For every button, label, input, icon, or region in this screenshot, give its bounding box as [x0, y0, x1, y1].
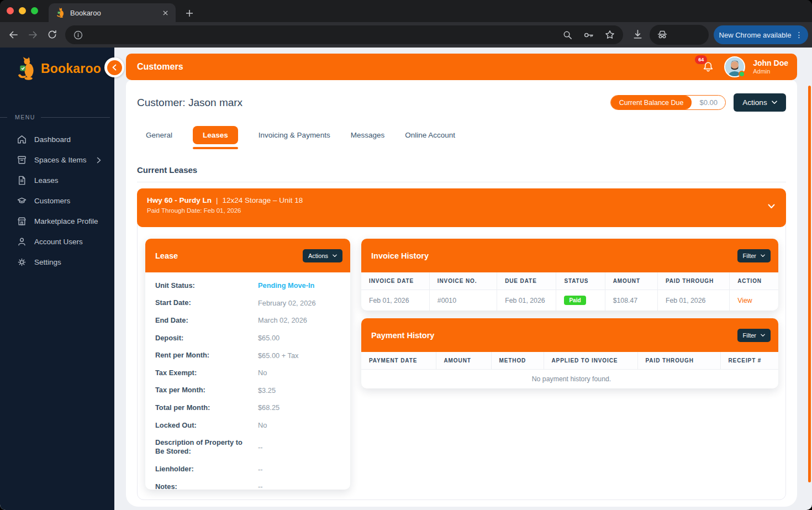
unit-status-value: Pending Move-In [258, 281, 314, 290]
payment-empty-row: No payment history found. [361, 370, 778, 389]
tab-online-account[interactable]: Online Account [405, 131, 455, 139]
customer-title: Customer: Jason marx [137, 97, 242, 109]
user-icon [17, 236, 27, 247]
lease-facility: Hwy 60 - Purdy Ln [147, 196, 212, 204]
chevron-down-icon [772, 101, 777, 104]
storefront-icon [17, 216, 27, 227]
browser-tab[interactable]: Bookaroo [49, 3, 176, 22]
brand-logo[interactable]: Bookaroo [0, 48, 114, 81]
address-bar[interactable] [65, 25, 623, 44]
section-divider [137, 182, 786, 182]
view-invoice-link[interactable]: View [737, 297, 752, 304]
minimize-window-button[interactable] [19, 7, 26, 14]
reload-icon[interactable] [47, 29, 58, 40]
incognito-icon [656, 29, 668, 41]
tab-messages[interactable]: Messages [351, 131, 385, 139]
page-scrollbar[interactable] [808, 86, 811, 482]
sidebar-item-label: Dashboard [34, 135, 71, 144]
main-content: Customer: Jason marx Current Balance Due… [126, 80, 797, 507]
kangaroo-logo [17, 56, 36, 81]
lease-card-title: Lease [155, 251, 178, 260]
back-icon[interactable] [8, 29, 19, 40]
sidebar-menu: Dashboard Spaces & Items Leases [0, 129, 114, 272]
sidebar-item-settings[interactable]: Settings [0, 252, 114, 272]
lease-row: Tax Exempt:No [145, 364, 350, 382]
lease-row: Total per Month:$68.25 [145, 399, 350, 417]
passwords-key-icon[interactable] [583, 29, 594, 41]
invoice-table: INVOICE DATE INVOICE NO. DUE DATE STATUS… [361, 272, 778, 311]
invoice-filter-button[interactable]: Filter [737, 249, 771, 262]
tab-leases[interactable]: Leases [193, 126, 238, 144]
chrome-update-button[interactable]: New Chrome available ⋮ [714, 25, 808, 44]
online-status-dot [739, 71, 745, 77]
payment-history-title: Payment History [371, 331, 434, 340]
downloads-icon[interactable] [632, 29, 644, 40]
notification-count-badge: 64 [695, 55, 707, 64]
sidebar-item-customers[interactable]: Customers [0, 191, 114, 211]
chevron-right-icon [97, 157, 101, 164]
sidebar-item-label: Settings [34, 258, 61, 266]
document-icon [17, 175, 27, 186]
actions-label: Actions [742, 98, 767, 107]
browser-titlebar: Bookaroo [0, 0, 812, 22]
lease-banner[interactable]: Hwy 60 - Purdy Ln | 12x24 Storage – Unit… [137, 188, 786, 227]
lease-unit: 12x24 Storage – Unit 18 [223, 196, 303, 204]
payment-empty-text: No payment history found. [361, 370, 778, 389]
invoice-table-header: INVOICE DATE INVOICE NO. DUE DATE STATUS… [361, 272, 778, 290]
fullscreen-window-button[interactable] [31, 7, 38, 14]
sidebar: Bookaroo MENU Dashboard Space [0, 48, 114, 510]
user-avatar[interactable] [724, 56, 745, 77]
payment-history-card: Payment History Filter PAYMENT DATE AMOU… [361, 318, 778, 388]
user-role: Admin [753, 68, 788, 75]
menu-section-label: MENU [0, 114, 114, 120]
sidebar-item-label: Spaces & Items [34, 156, 87, 164]
incognito-profile-chip[interactable] [650, 25, 709, 45]
site-info-icon[interactable] [73, 30, 83, 40]
chrome-update-label: New Chrome available [719, 31, 792, 39]
sidebar-item-account-users[interactable]: Account Users [0, 232, 114, 252]
sidebar-collapse-button[interactable] [104, 57, 124, 77]
box-icon [17, 155, 27, 165]
browser-window: Bookaroo [0, 0, 812, 510]
sidebar-item-marketplace-profile[interactable]: Marketplace Profile [0, 211, 114, 232]
customer-tabs: General Leases Invoicing & Payments Mess… [126, 112, 797, 144]
balance-label: Current Balance Due [611, 96, 692, 109]
kangaroo-favicon [56, 8, 65, 18]
lease-row: End Date:March 02, 2026 [145, 312, 350, 329]
sidebar-item-label: Leases [34, 176, 59, 185]
invoice-table-row: Feb 01, 2026 #0010 Feb 01, 2026 Paid $10… [361, 290, 778, 311]
lease-row: Deposit:$65.00 [145, 329, 350, 347]
customer-actions-button[interactable]: Actions [734, 93, 786, 112]
user-name: John Doe [753, 59, 788, 68]
sidebar-item-leases[interactable]: Leases [0, 170, 114, 191]
sidebar-item-dashboard[interactable]: Dashboard [0, 129, 114, 150]
brand-name: Bookaroo [41, 61, 101, 76]
gear-icon [17, 257, 27, 267]
window-controls [7, 7, 38, 14]
chevron-down-icon [761, 334, 765, 337]
tab-general[interactable]: General [146, 131, 172, 139]
sidebar-item-label: Customers [34, 197, 70, 205]
lease-row: Unit Status:Pending Move-In [145, 277, 350, 295]
sidebar-item-label: Marketplace Profile [34, 217, 98, 225]
lease-row: Lienholder:-- [145, 460, 350, 478]
payment-filter-button[interactable]: Filter [737, 329, 771, 342]
lease-actions-button[interactable]: Actions [303, 249, 342, 262]
browser-menu-icon[interactable]: ⋮ [795, 31, 803, 39]
chevron-down-icon[interactable] [768, 204, 775, 209]
forward-icon[interactable] [28, 29, 39, 40]
lease-row: Notes:-- [145, 478, 350, 496]
page: Bookaroo MENU Dashboard Space [0, 48, 812, 510]
find-in-page-icon[interactable] [562, 30, 573, 40]
sidebar-item-spaces-items[interactable]: Spaces & Items [0, 150, 114, 170]
chevron-down-icon [761, 254, 765, 257]
tab-invoicing-payments[interactable]: Invoicing & Payments [259, 131, 330, 139]
tab-close-icon[interactable] [160, 8, 170, 18]
page-title: Customers [137, 62, 183, 72]
bookmark-star-icon[interactable] [604, 29, 615, 40]
new-tab-button[interactable] [182, 6, 197, 20]
browser-toolbar: New Chrome available ⋮ [0, 22, 812, 48]
invoice-history-card: Invoice History Filter INVOICE DATE INVO… [361, 239, 778, 311]
notifications-button[interactable]: 64 [700, 59, 716, 75]
close-window-button[interactable] [7, 7, 14, 14]
